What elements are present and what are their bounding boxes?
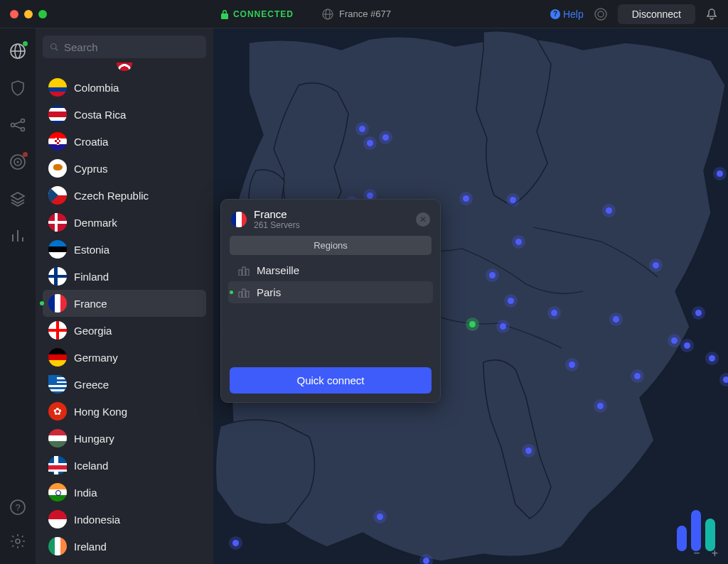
- flag-icon: [48, 321, 67, 340]
- speed-bars-widget[interactable]: [677, 510, 715, 551]
- flag-icon: [48, 294, 67, 313]
- server-map-dot[interactable]: [489, 272, 496, 278]
- svg-rect-26: [246, 269, 249, 276]
- server-map-dot[interactable]: [423, 558, 429, 564]
- svg-line-23: [55, 48, 58, 50]
- country-item-czech-republic[interactable]: Czech Republic: [43, 182, 206, 209]
- country-item-ireland[interactable]: Ireland: [43, 533, 206, 560]
- flag-icon: [48, 429, 67, 448]
- regions-tab[interactable]: Regions: [230, 236, 432, 255]
- server-map-dot[interactable]: [671, 337, 678, 344]
- zoom-out-button[interactable]: −: [693, 547, 700, 560]
- server-map-dot[interactable]: [515, 239, 522, 245]
- nav-help[interactable]: ?: [9, 499, 26, 516]
- country-item-costa-rica[interactable]: Costa Rica: [43, 101, 206, 128]
- server-map-dot[interactable]: [377, 514, 383, 520]
- country-name: Estonia: [74, 244, 109, 256]
- svg-rect-29: [246, 291, 249, 298]
- server-map-dot[interactable]: [717, 170, 723, 177]
- country-item-iceland[interactable]: Iceland: [43, 452, 206, 479]
- flag-icon: [48, 213, 67, 232]
- server-map-dot[interactable]: [606, 207, 612, 214]
- server-map-dot[interactable]: [500, 323, 506, 330]
- server-map-dot[interactable]: [510, 197, 516, 203]
- flag-icon: [48, 402, 67, 421]
- server-map-dot[interactable]: [723, 376, 728, 383]
- server-map-dot-active[interactable]: [469, 321, 476, 327]
- minimize-window-button[interactable]: [24, 10, 33, 18]
- country-item-hong-kong[interactable]: Hong Kong: [43, 398, 206, 425]
- server-map-dot[interactable]: [684, 342, 690, 349]
- flag-icon: [48, 267, 67, 286]
- country-item-france[interactable]: France: [43, 290, 206, 317]
- flag-icon: [48, 510, 67, 528]
- nav-stats[interactable]: [9, 227, 26, 244]
- server-map-dot[interactable]: [367, 140, 373, 146]
- server-map-dot[interactable]: [613, 316, 619, 322]
- server-map-dot[interactable]: [709, 355, 715, 362]
- server-map-dot[interactable]: [232, 540, 239, 546]
- country-item-denmark[interactable]: Denmark: [43, 209, 206, 236]
- nav-radar[interactable]: [9, 153, 26, 170]
- server-map-dot[interactable]: [634, 373, 641, 379]
- close-window-button[interactable]: [10, 10, 18, 18]
- country-item-india[interactable]: India: [43, 479, 206, 506]
- disconnect-button[interactable]: Disconnect: [618, 4, 695, 24]
- country-name: Georgia: [74, 325, 112, 337]
- search-box[interactable]: [43, 36, 206, 58]
- zoom-in-button[interactable]: +: [712, 547, 718, 560]
- country-item-croatia[interactable]: Croatia: [43, 128, 206, 155]
- country-item-cyprus[interactable]: Cyprus: [43, 155, 206, 182]
- country-item-finland[interactable]: Finland: [43, 263, 206, 290]
- svg-point-4: [598, 11, 604, 17]
- country-item-colombia[interactable]: Colombia: [43, 74, 206, 101]
- nav-shield[interactable]: [9, 80, 26, 97]
- flag-icon: [48, 240, 67, 259]
- lock-icon: [220, 9, 229, 19]
- region-item-marseille[interactable]: Marseille: [228, 259, 433, 281]
- quick-connect-button[interactable]: Quick connect: [230, 367, 432, 394]
- refresh-icon[interactable]: [594, 7, 608, 21]
- globe-icon: [322, 9, 333, 20]
- notifications-icon[interactable]: [705, 8, 718, 21]
- country-item-hungary[interactable]: Hungary: [43, 425, 206, 452]
- server-map-dot[interactable]: [367, 192, 373, 199]
- country-name: Croatia: [74, 136, 108, 148]
- server-map-dot[interactable]: [653, 262, 659, 269]
- nav-layers[interactable]: [9, 190, 26, 207]
- server-map-dot[interactable]: [695, 310, 702, 316]
- country-item-georgia[interactable]: Georgia: [43, 317, 206, 344]
- country-item-germany[interactable]: Germany: [43, 344, 206, 371]
- country-name: Denmark: [74, 217, 117, 229]
- svg-rect-24: [239, 270, 242, 276]
- country-name: Finland: [74, 271, 109, 283]
- server-map-dot[interactable]: [508, 298, 514, 304]
- nav-settings[interactable]: [9, 533, 26, 550]
- server-map-dot[interactable]: [463, 195, 469, 202]
- nav-mesh[interactable]: [9, 116, 26, 134]
- server-map-dot[interactable]: [569, 362, 575, 368]
- bar-2: [691, 510, 701, 551]
- flag-icon: [48, 186, 67, 205]
- nav-globe[interactable]: [9, 43, 26, 60]
- popup-close-button[interactable]: ✕: [416, 212, 430, 227]
- svg-rect-25: [242, 267, 245, 276]
- country-item-estonia[interactable]: Estonia: [43, 236, 206, 263]
- help-icon: ?: [550, 9, 560, 19]
- city-icon: [238, 266, 250, 276]
- country-item-indonesia[interactable]: Indonesia: [43, 506, 206, 533]
- server-map-dot[interactable]: [597, 403, 604, 409]
- server-map-dot[interactable]: [551, 310, 557, 316]
- region-item-paris[interactable]: Paris: [228, 281, 433, 303]
- country-item-greece[interactable]: Greece: [43, 371, 206, 398]
- search-input[interactable]: [64, 41, 199, 53]
- server-map-dot[interactable]: [359, 126, 365, 132]
- svg-point-21: [16, 539, 20, 543]
- svg-line-11: [14, 121, 21, 124]
- country-flag-partial: [117, 63, 132, 71]
- help-link[interactable]: ? Help: [550, 9, 584, 20]
- server-map-dot[interactable]: [525, 448, 532, 454]
- server-map-dot[interactable]: [382, 134, 389, 141]
- maximize-window-button[interactable]: [38, 10, 47, 18]
- flag-icon: [48, 348, 67, 367]
